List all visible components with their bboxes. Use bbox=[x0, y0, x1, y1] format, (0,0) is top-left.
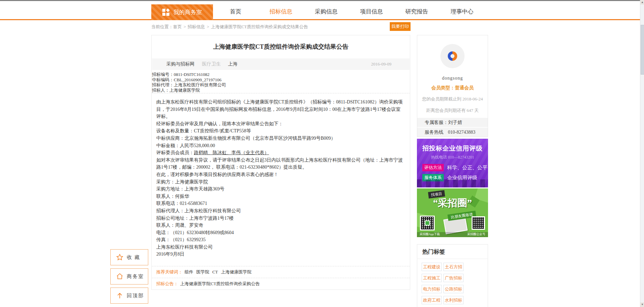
back-to-top-label: 回顶部 bbox=[127, 293, 144, 299]
meta-source[interactable]: 采购与招标网 bbox=[166, 61, 195, 67]
hot-tag[interactable]: 土石方招 bbox=[443, 263, 464, 271]
my-office-button[interactable]: 我的商务室 bbox=[151, 4, 213, 20]
body-line: 联系人：周晟、罗安奇 bbox=[156, 222, 406, 229]
meta-date: 2016-09-09 bbox=[371, 61, 391, 67]
scrollbar-thumb[interactable] bbox=[641, 25, 644, 75]
article-panel: 上海健康医学院CT质控组件询价采购成交结果公告 采购与招标网 医疗卫生 上海 2… bbox=[151, 35, 410, 290]
body-line: 联系电话：021-65883671 bbox=[156, 200, 406, 207]
username: dongsong bbox=[417, 76, 488, 81]
notice-label: 招标公告： bbox=[156, 281, 178, 286]
keyword-link[interactable]: CT bbox=[212, 269, 218, 274]
office-button[interactable]: 商务室 bbox=[110, 268, 148, 284]
keywords-links: 组件医学院CT上海健康医学院 bbox=[184, 269, 255, 274]
body-line: 2016年9月8日 bbox=[156, 251, 406, 258]
breadcrumb-prefix: 当前位置： bbox=[151, 24, 173, 29]
info-line: 中标编码：CBL_20160909_27197106 bbox=[152, 77, 226, 83]
hotline-label: 服务热线 bbox=[425, 130, 443, 135]
nav-item-1[interactable]: 首页 bbox=[213, 4, 258, 19]
service-rep-row: 专属客服：刘子婧 bbox=[417, 118, 488, 127]
nav-item-2[interactable]: 招标信息 bbox=[258, 4, 304, 19]
hot-tag[interactable]: 政府工程 bbox=[422, 296, 442, 304]
my-office-label: 我的商务室 bbox=[173, 8, 202, 16]
body-line: 路1号17楼，邮编：200002， 联系电话：021-63230480*8602… bbox=[156, 164, 406, 171]
credit-rating-banner[interactable]: 招投标企业信用评级 热线电话 010—82743201 评估方法 科学、公正、公… bbox=[417, 139, 488, 187]
credit-row-system: 服务体系 企业信用评级 bbox=[422, 174, 488, 181]
nav-item-4[interactable]: 项目信息 bbox=[349, 4, 394, 19]
method-badge: 评估方法 bbox=[422, 164, 444, 171]
arrow-up-icon bbox=[116, 292, 123, 299]
body-line: 设备名称及数量：CT质控组件/贰套/CTP558等 bbox=[156, 127, 406, 135]
scrollbar-up-arrow[interactable]: ▲ bbox=[640, 0, 644, 5]
hotline-row: 服务热线 010-82743883 bbox=[417, 128, 488, 137]
member-type: 会员类型：普通会员 bbox=[417, 85, 488, 91]
hot-tags-title: 热门标签 bbox=[417, 245, 488, 259]
hot-tag[interactable]: 电力招标 bbox=[422, 285, 442, 293]
info-line: 招标代理：上海东松医疗科技有限公司 bbox=[152, 82, 226, 88]
notice-link[interactable]: 上海健康医学院CT质控组件询价采购公告 bbox=[180, 281, 260, 286]
body-line: 评标。 bbox=[156, 113, 406, 120]
keyword-link[interactable]: 医学院 bbox=[196, 269, 209, 274]
keyword-link[interactable]: 组件 bbox=[184, 269, 193, 274]
credit-banner-title: 招投标企业信用评级 bbox=[417, 144, 488, 153]
caizhaoquan-ad-banner[interactable]: 找项目 “采招圈” 比朋友圈靠谱 采招圈App下载 采招圈公众号 bbox=[417, 188, 488, 237]
tender-info-block: 招标编号：0811-DSITC161082中标编码：CBL_20160909_2… bbox=[152, 72, 226, 93]
system-badge: 服务体系 bbox=[422, 174, 444, 181]
breadcrumb-home-link[interactable]: 首页 bbox=[173, 24, 182, 29]
dashboard-grid-icon bbox=[162, 9, 170, 16]
company-logo-icon bbox=[446, 50, 459, 62]
body-line-committee: 评标委员会成员：路鹤晴、陈冰虹、李伟（业主代表） bbox=[156, 149, 406, 157]
wechat-account-qr-code bbox=[472, 216, 485, 230]
dashed-divider bbox=[152, 93, 410, 93]
hot-tag[interactable]: 工程施工 bbox=[422, 274, 442, 282]
article-meta-bar: 采购与招标网 医疗卫生 上海 2016-09-09 bbox=[152, 58, 410, 70]
body-line: 如对本次评审结果有异议，请于评审结果公布之日起3日内以书面形式向上海东松医疗科技… bbox=[156, 157, 406, 164]
body-line: 中标供应商：北京瀚海拓新生物技术有限公司（北京市昌平区沙河镇昌平路99号B009… bbox=[156, 135, 406, 142]
nav-item-6[interactable]: 理事中心 bbox=[439, 4, 485, 19]
breadcrumb-separator: > bbox=[207, 24, 209, 29]
body-line: 上海东松医疗科技有限公司 bbox=[156, 244, 406, 251]
body-line: 电话：（021）63230480转8609或8604 bbox=[156, 229, 406, 236]
qr-logo-dot bbox=[425, 221, 430, 226]
keywords-row: 推荐关键词：组件医学院CT上海健康医学院 bbox=[152, 266, 410, 278]
favorite-button[interactable]: 收 藏 bbox=[110, 249, 148, 265]
keywords-label: 推荐关键词： bbox=[156, 269, 182, 274]
body-line: 招标代理人：上海东松医疗科技有限公司 bbox=[156, 207, 406, 215]
committee-names: 路鹤晴、陈冰虹、李伟（业主代表） bbox=[194, 150, 269, 155]
article-body: 由上海东松医疗科技有限公司组织招标的《上海健康医学院CT质控组件》（招标编号：0… bbox=[156, 98, 406, 258]
avatar[interactable] bbox=[440, 44, 465, 68]
meta-region[interactable]: 上海 bbox=[228, 61, 237, 67]
ad-caption-app: 采招圈App下载 bbox=[420, 232, 440, 236]
meta-category[interactable]: 医疗卫生 bbox=[202, 61, 221, 67]
hot-tag[interactable]: 工程建设 bbox=[422, 263, 442, 271]
vertical-scrollbar[interactable]: ▲ ▼ bbox=[640, 0, 644, 307]
breadcrumb-current: 上海健康医学院CT质控组件询价采购成交结果公告 bbox=[211, 24, 308, 29]
back-to-top-button[interactable]: 回顶部 bbox=[110, 288, 148, 304]
keyword-link[interactable]: 上海健康医学院 bbox=[221, 269, 252, 274]
favorite-label: 收 藏 bbox=[127, 254, 140, 261]
nav-item-5[interactable]: 研究报告 bbox=[394, 4, 439, 19]
hot-tag[interactable]: 公路招标 bbox=[443, 285, 464, 293]
app-download-qr-code bbox=[420, 216, 435, 230]
body-line: 由上海东松医疗科技有限公司组织招标的《上海健康医学院CT质控组件》（招标编号：0… bbox=[156, 98, 406, 106]
info-line: 招标编号：0811-DSITC161082 bbox=[152, 72, 226, 77]
hot-tag[interactable]: 广告招标 bbox=[443, 274, 464, 282]
ad-caption-wechat: 采招圈公众号 bbox=[467, 232, 485, 236]
hot-tag[interactable]: 水利招标 bbox=[443, 296, 464, 304]
print-button[interactable]: 我要打印 bbox=[390, 22, 411, 31]
notice-row: 招标公告：上海健康医学院CT质控组件询价采购公告 bbox=[152, 278, 410, 290]
home-icon bbox=[116, 273, 123, 280]
article-title: 上海健康医学院CT质控组件询价采购成交结果公告 bbox=[152, 43, 410, 51]
body-line: 经评标委员会评审及用户确认，现将本次评审结果公告如下： bbox=[156, 120, 406, 128]
body-line: 中标金额：人民币528,000.00 bbox=[156, 142, 406, 149]
method-text: 科学、公正、公平 bbox=[447, 165, 487, 171]
member-profile-card: dongsong 会员类型：普通会员 您的会员期限截止到 2018-06-24 … bbox=[417, 35, 488, 137]
nav-item-3[interactable]: 采购信息 bbox=[304, 4, 349, 19]
body-line: 联系人：何振华 bbox=[156, 193, 406, 200]
hot-tags-list: 工程建设土石方招工程施工广告招标电力招标公路招标政府工程水利招标移动招标燃气招标… bbox=[417, 259, 488, 307]
body-line: 采购方地址：上海市天雄路369号 bbox=[156, 185, 406, 193]
committee-prefix: 评标委员会成员： bbox=[156, 150, 194, 155]
breadcrumb-section-link[interactable]: 招标信息 bbox=[187, 24, 205, 29]
service-rep: 专属客服：刘子婧 bbox=[425, 120, 462, 125]
page: { "topbar": { "my_office": "我的商务室", "nav… bbox=[0, 0, 644, 307]
scrollbar-down-arrow[interactable]: ▼ bbox=[640, 302, 644, 307]
